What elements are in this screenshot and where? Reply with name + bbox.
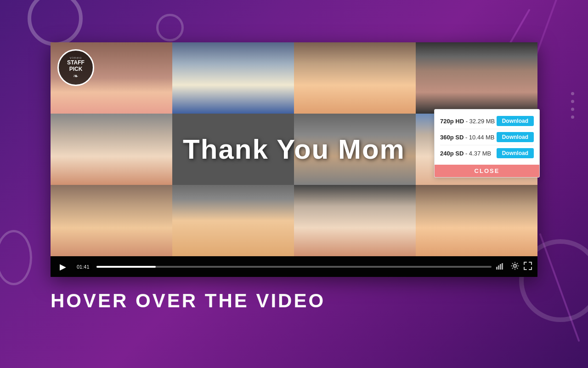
download-label-240p: 240p SD - 4.37 MB: [440, 150, 491, 157]
progress-fill: [96, 266, 156, 268]
staff-pick-badge: vimeo STAFFPICK ❧: [57, 49, 94, 86]
download-popup: 720p HD - 32.29 MB Download 360p SD - 10…: [434, 109, 540, 178]
thumb-cell-3: [294, 42, 416, 114]
download-row-360p: 360p SD - 10.44 MB Download: [440, 129, 534, 145]
thumb-cell-8: [51, 185, 172, 256]
volume-icon[interactable]: [496, 262, 506, 271]
download-button-720p[interactable]: Download: [497, 116, 534, 126]
time-display: 01:41: [74, 263, 92, 270]
video-player[interactable]: Thank You Mom vimeo STAFFPICK ❧ 720p HD …: [51, 42, 537, 277]
play-button[interactable]: ▶: [56, 260, 70, 274]
controls-right: [496, 262, 532, 272]
thumb-cell-10: [294, 185, 416, 256]
settings-icon[interactable]: [511, 262, 519, 272]
fullscreen-icon[interactable]: [524, 262, 532, 272]
thumb-cell-5: [51, 114, 172, 185]
download-button-360p[interactable]: Download: [497, 132, 534, 142]
download-options: 720p HD - 32.29 MB Download 360p SD - 10…: [435, 109, 539, 165]
svg-rect-0: [496, 267, 498, 270]
download-row-240p: 240p SD - 4.37 MB Download: [440, 145, 534, 161]
download-row-720p: 720p HD - 32.29 MB Download: [440, 113, 534, 129]
close-button[interactable]: CLOSE: [435, 165, 539, 177]
thumb-cell-6: [294, 114, 416, 185]
laurel-icon: ❧: [73, 72, 79, 80]
thumb-cell-text: [172, 114, 294, 185]
download-button-240p[interactable]: Download: [497, 148, 534, 158]
thumb-cell-4: [416, 42, 537, 114]
svg-rect-1: [498, 265, 499, 270]
thumb-cell-11: [416, 185, 537, 256]
progress-bar[interactable]: [96, 266, 492, 268]
video-controls: ▶ 01:41: [51, 256, 537, 277]
bottom-heading: HOVER OVER THE VIDEO: [0, 290, 325, 312]
svg-point-4: [514, 264, 516, 267]
svg-rect-3: [502, 263, 503, 270]
thumb-cell-9: [172, 185, 294, 256]
thumb-cell-2: [172, 42, 294, 114]
main-content: Thank You Mom vimeo STAFFPICK ❧ 720p HD …: [0, 0, 588, 368]
download-label-360p: 360p SD - 10.44 MB: [440, 134, 495, 141]
staff-pick-text: STAFFPICK: [67, 60, 85, 72]
download-label-720p: 720p HD - 32.29 MB: [440, 118, 495, 125]
svg-rect-2: [500, 264, 501, 270]
